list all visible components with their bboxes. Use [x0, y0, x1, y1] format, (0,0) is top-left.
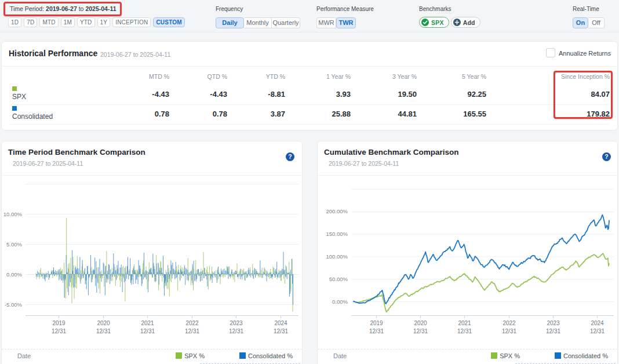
period-button-custom[interactable]: CUSTOM: [153, 17, 184, 27]
benchmark-pill-add[interactable]: Add: [451, 17, 480, 28]
table-column-date[interactable]: Date: [333, 352, 347, 359]
row-divider: [10, 104, 609, 105]
measure-option-mwr[interactable]: MWR: [316, 17, 336, 28]
y-axis-label: 150.00%: [326, 231, 348, 237]
y-axis-label: 200.00%: [326, 208, 348, 214]
table-column-header: MTD %: [149, 73, 169, 80]
period-button-mtd[interactable]: MTD: [39, 17, 58, 27]
benchmarks-label: Benchmarks: [419, 6, 451, 12]
card-header-divider: [2, 66, 617, 67]
benchmark-pills: SPXAdd: [419, 17, 480, 28]
x-axis-year-label: 2021: [458, 320, 471, 326]
toolbar: Time Period: 2019-06-27 to 2025-04-11 1D…: [0, 0, 619, 32]
x-axis-year-label: 2024: [591, 320, 604, 326]
x-axis-date-label: 12/31: [502, 328, 516, 334]
frequency-segmented: DailyMonthlyQuarterly: [216, 17, 300, 28]
legend-label: Consolidated %: [248, 352, 293, 359]
table-value: 0.78: [213, 110, 227, 118]
benchmark-pill-label: SPX: [431, 19, 444, 26]
legend-swatch: [555, 352, 561, 359]
table-value: 84.07: [591, 90, 610, 99]
time-period-from: 2019-06-27: [46, 5, 77, 12]
table-value: -4.43: [210, 90, 227, 99]
frequency-option-quarterly[interactable]: Quarterly: [272, 17, 300, 28]
table-value: 179.82: [587, 110, 610, 118]
period-button-inception[interactable]: INCEPTION: [112, 17, 151, 27]
historical-title: Historical Performance: [9, 49, 97, 58]
table-value: -4.43: [152, 90, 169, 99]
x-axis-year-label: 2024: [274, 320, 287, 326]
table-value: 92.25: [467, 90, 486, 99]
row-name: Consolidated: [12, 112, 53, 121]
table-value: 44.81: [398, 110, 417, 118]
table-column-header: YTD %: [266, 73, 285, 80]
x-axis-year-label: 2021: [141, 320, 154, 326]
x-axis-year-label: 2023: [547, 320, 560, 326]
x-axis-year-label: 2020: [97, 320, 110, 326]
legend-swatch: [491, 352, 497, 359]
x-axis-year-label: 2019: [52, 320, 65, 326]
frequency-label: Frequency: [216, 6, 243, 12]
x-axis-date-label: 12/31: [229, 328, 243, 334]
time-period-to: 2025-04-11: [85, 5, 116, 12]
performance-dashboard: Time Period: 2019-06-27 to 2025-04-11 1D…: [0, 0, 619, 364]
benchmark-pill-label: Add: [463, 19, 475, 26]
time-period-caption: Time Period:: [10, 5, 44, 12]
measure-option-twr[interactable]: TWR: [336, 17, 356, 28]
daily-returns-chart: 10.00%5.00%0.00%-5.00%201912/31202012/31…: [2, 141, 303, 364]
legend-label: SPX %: [500, 352, 520, 359]
chart-table-header-row: DateSPX %Consolidated %: [318, 349, 617, 362]
y-axis-label: -5.00%: [5, 301, 23, 308]
row-divider: [10, 124, 609, 125]
period-button-1m[interactable]: 1M: [61, 17, 75, 27]
x-axis-date-label: 12/31: [546, 328, 560, 334]
time-period-benchmark-card: Time Period Benchmark Comparison2019-06-…: [1, 141, 303, 364]
series-color-swatch: [12, 86, 17, 91]
historical-subtitle: 2019-06-27 to 2025-04-11: [100, 51, 170, 58]
historical-performance-card: Historical Performance 2019-06-27 to 202…: [1, 41, 618, 130]
table-value: 25.88: [332, 110, 351, 118]
table-value: -8.81: [268, 90, 285, 99]
real-time-segmented: OnOff: [573, 17, 605, 28]
performance-measure-segmented: MWRTWR: [316, 17, 356, 28]
table-column-date[interactable]: Date: [17, 352, 31, 359]
x-axis-date-label: 12/31: [369, 328, 384, 334]
real-time-option-on[interactable]: On: [573, 17, 588, 28]
performance-measure-label: Performance Measure: [316, 6, 374, 12]
period-button-7d[interactable]: 7D: [24, 17, 37, 27]
period-button-1y[interactable]: 1Y: [97, 17, 111, 27]
y-axis-label: 50.00%: [329, 276, 348, 282]
legend-item-consolidated[interactable]: Consolidated %: [239, 352, 293, 359]
bar-series-spx: [36, 218, 293, 311]
row-name: SPX: [12, 93, 26, 101]
x-axis-year-label: 2023: [230, 320, 243, 326]
time-period-label: Time Period: 2019-06-27 to 2025-04-11: [10, 5, 116, 12]
frequency-option-monthly[interactable]: Monthly: [244, 17, 272, 28]
real-time-label: Real-Time: [573, 6, 599, 12]
x-axis-date-label: 12/31: [590, 328, 605, 334]
plus-circle-icon: [453, 19, 461, 26]
x-axis-date-label: 12/31: [413, 328, 428, 334]
y-axis-label: 5.00%: [6, 241, 22, 247]
table-value: 0.78: [155, 110, 169, 118]
frequency-option-daily[interactable]: Daily: [216, 17, 244, 28]
x-axis-year-label: 2022: [185, 320, 199, 326]
cumulative-benchmark-card: Cumulative Benchmark Comparison2019-06-2…: [317, 141, 618, 364]
legend-item-spx[interactable]: SPX %: [491, 352, 520, 359]
x-axis-year-label: 2019: [370, 320, 383, 326]
table-column-header: Since Inception %: [561, 73, 610, 80]
period-button-1d[interactable]: 1D: [8, 17, 21, 27]
table-value: 3.93: [336, 90, 351, 99]
x-axis-date-label: 12/31: [274, 328, 288, 334]
table-value: 165.55: [463, 110, 486, 118]
y-axis-label: 100.00%: [326, 253, 348, 260]
legend-label: SPX %: [184, 352, 205, 359]
benchmark-pill-spx[interactable]: SPX: [419, 17, 449, 28]
period-button-ytd[interactable]: YTD: [77, 17, 95, 27]
real-time-option-off[interactable]: Off: [588, 17, 605, 28]
x-axis-date-label: 12/31: [96, 328, 111, 334]
cumulative-returns-chart: 200.00%150.00%100.00%50.00%0.00%201912/3…: [318, 141, 618, 364]
legend-item-consolidated[interactable]: Consolidated %: [555, 352, 608, 359]
legend-item-spx[interactable]: SPX %: [176, 352, 205, 359]
annualize-returns-checkbox[interactable]: [546, 48, 555, 57]
